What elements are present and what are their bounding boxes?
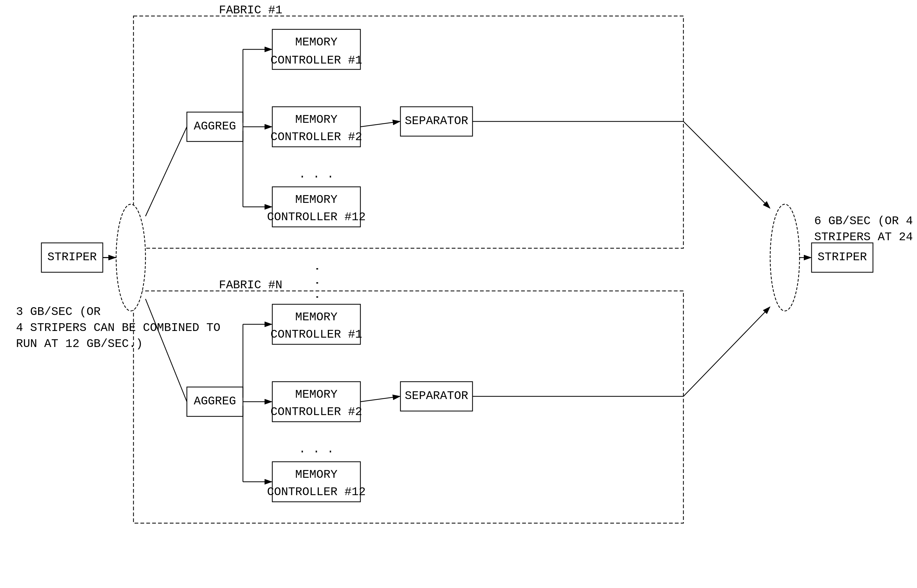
fabric1-ellipsis: . . . xyxy=(299,168,334,181)
striper-left-label: STRIPER xyxy=(47,250,97,264)
fabricN-mc2-label1: MEMORY xyxy=(295,388,337,401)
annotation-right-line1: 6 GB/SEC (OR 4 xyxy=(814,214,913,228)
fabric1-sep-to-right-ellipse xyxy=(683,121,770,208)
left-ellipse xyxy=(116,204,145,311)
fabricN-aggreg-label: AGGREG xyxy=(194,394,236,408)
fabric1-label: FABRIC #1 xyxy=(219,3,283,17)
fabricN-mc12-label1: MEMORY xyxy=(295,468,337,481)
fabricN-mc1-label1: MEMORY xyxy=(295,310,337,324)
fabricN-mc2-label2: CONTROLLER #2 xyxy=(270,405,362,418)
fabric1-separator-label: SEPARATOR xyxy=(405,114,468,128)
vertical-ellipsis: . . . xyxy=(313,265,326,300)
striper-right-label: STRIPER xyxy=(818,250,867,264)
fabricN-mc2-to-sep xyxy=(360,396,400,402)
fabric1-mc12-label2: CONTROLLER #12 xyxy=(267,210,366,224)
ellipse-to-fabricN-line xyxy=(145,299,187,402)
fabricN-sep-to-right-ellipse xyxy=(683,307,770,396)
fabric1-mc12-label1: MEMORY xyxy=(295,193,337,206)
fabric1-aggreg-label: AGGREG xyxy=(194,120,236,133)
fabricN-ellipsis: . . . xyxy=(299,443,334,456)
fabric1-mc1-label2: CONTROLLER #1 xyxy=(270,54,362,67)
fabricN-label: FABRIC #N xyxy=(219,278,283,292)
fabric1-mc2-label2: CONTROLLER #2 xyxy=(270,130,362,144)
annotation-left-line3: RUN AT 12 GB/SEC.) xyxy=(16,337,143,351)
fabric1-mc2-to-sep xyxy=(360,121,400,127)
fabricN-separator-label: SEPARATOR xyxy=(405,389,468,402)
fabric1-mc1-label1: MEMORY xyxy=(295,36,337,49)
annotation-left-line2: 4 STRIPERS CAN BE COMBINED TO xyxy=(16,321,221,334)
ellipse-to-fabric1-line xyxy=(145,127,187,216)
annotation-right-line2: STRIPERS AT 24 GB/SEC.) xyxy=(814,230,917,244)
diagram-container: FABRIC #1 FABRIC #N STRIPER STRIPER AGGR… xyxy=(0,0,917,588)
fabric1-mc2-label1: MEMORY xyxy=(295,113,337,126)
annotation-left-line1: 3 GB/SEC (OR xyxy=(16,305,101,318)
right-ellipse xyxy=(770,204,799,311)
fabricN-mc12-label2: CONTROLLER #12 xyxy=(267,485,366,499)
fabricN-mc1-label2: CONTROLLER #1 xyxy=(270,328,362,341)
